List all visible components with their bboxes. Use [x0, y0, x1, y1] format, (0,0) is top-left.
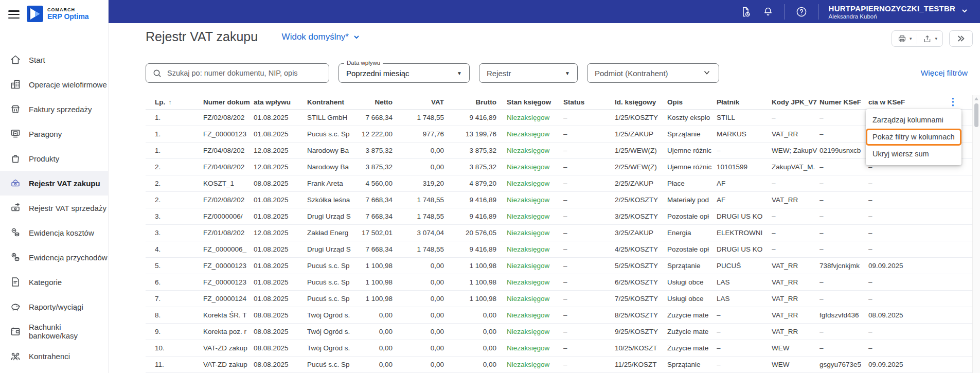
chevron-down-icon — [960, 7, 969, 17]
table-row[interactable]: 2.FZ/02/08/20201.08.2025Szkółka leśna7 6… — [146, 191, 972, 208]
search-box[interactable] — [146, 63, 329, 83]
sidebar-item-rejestr-vat-sprzedaży[interactable]: Rejestr VAT sprzedaży — [0, 196, 108, 220]
account-menu[interactable]: HURTPAPIERNOZYCZKI_TESTBR Aleksandra Kub… — [829, 4, 969, 20]
hamburger-menu-icon[interactable] — [8, 10, 20, 19]
table-row[interactable]: 1.FZ/04/08/20212.08.2025Narodowy Ba3 875… — [146, 142, 972, 158]
table-cell: 12.08.2025 — [254, 224, 307, 241]
search-input[interactable] — [167, 69, 323, 77]
column-options-kebab-icon[interactable]: ⋮ — [948, 96, 958, 108]
table-row[interactable]: 4.FZ_0000006_01.08.2025Drugi Urząd S7 66… — [146, 241, 972, 257]
table-row[interactable]: 3.FZ/0000006/01.08.2025Drugi Urząd S7 66… — [146, 208, 972, 224]
table-cell: 6. — [146, 274, 203, 290]
table-row[interactable]: 1.FZ_0000012301.08.2025Pucuś s.c. Sp12 2… — [146, 126, 972, 142]
table-cell: – — [868, 191, 972, 208]
column-header[interactable]: Lp.↑ — [146, 95, 203, 109]
sidebar-item-rachunki-bankowe-kasy[interactable]: Rachunki bankowe/kasy — [0, 319, 108, 344]
register-filter-dropdown[interactable]: Rejestr ▼ — [479, 63, 578, 83]
table-row[interactable]: 2.FZ/04/08/20212.08.2025Narodowy Ba3 875… — [146, 158, 972, 175]
table-cell: 6/25/KOSZTY — [615, 274, 667, 290]
column-header[interactable]: Brutto — [445, 95, 507, 109]
view-selector[interactable]: Widok domyślny* — [282, 32, 360, 42]
table-cell: – — [717, 356, 772, 372]
sidebar-item-produkty[interactable]: Produkty — [0, 146, 108, 171]
menu-item-zarządzaj-kolumnami[interactable]: Zarządzaj kolumnami — [866, 112, 961, 129]
column-header[interactable]: Opis — [667, 95, 717, 109]
chevron-down-icon: ▾ — [935, 36, 937, 41]
column-header[interactable]: Status — [563, 95, 615, 109]
sidebar-item-kategorie[interactable]: Kategorie — [0, 270, 108, 294]
sidebar-item-ewidencja-przychodów[interactable]: Ewidencja przychodów — [0, 245, 108, 270]
document-clock-icon[interactable] — [739, 6, 752, 18]
table-cell: 12 222,00 — [357, 126, 394, 142]
table-cell: 1 100,98 — [445, 274, 507, 290]
table-row[interactable]: 8.Korekta ŚR. T08.08.2025Twój Ogród s.0,… — [146, 307, 972, 323]
menu-item-pokaż-filtry-w-kolumnach[interactable]: Pokaż filtry w kolumnach — [866, 129, 961, 146]
table-cell: 0,00 — [445, 307, 507, 323]
table-cell: 1 100,98 — [357, 290, 394, 307]
column-header[interactable]: Numer KSeF — [819, 95, 868, 109]
column-header[interactable]: Netto — [357, 95, 394, 109]
vertical-scrollbar[interactable] — [972, 95, 980, 373]
table-cell: 5/25/KOSZTY — [615, 257, 667, 274]
notifications-bell-icon[interactable] — [762, 6, 774, 18]
table-row[interactable]: 9.Korekta poz. r08.08.2025Twój Ogród s.0… — [146, 323, 972, 340]
scrollbar-up-arrow-icon[interactable] — [974, 97, 978, 100]
table-cell: – — [772, 208, 819, 224]
table-cell: 2/25/ZAKUP — [615, 175, 667, 191]
column-header[interactable]: VAT — [394, 95, 445, 109]
column-header-label: VAT — [431, 98, 444, 106]
more-actions-button[interactable] — [949, 30, 973, 47]
table-cell: – — [563, 356, 615, 372]
print-button[interactable]: ▾ — [892, 31, 917, 46]
sidebar-item-raporty-wyciągi[interactable]: Raporty/wyciągi — [0, 294, 108, 319]
sidebar-item-faktury-sprzedaży[interactable]: Faktury sprzedaży — [0, 97, 108, 121]
column-header[interactable]: Stan księgow — [507, 95, 563, 109]
table-row[interactable]: 5.FZ_0000012301.08.2025Pucuś s.c. Sp1 10… — [146, 257, 972, 274]
more-filters-link[interactable]: Więcej filtrów — [921, 68, 968, 78]
table-row[interactable]: 3.FZ/01/08/20212.08.2025Zakład Energ17 5… — [146, 224, 972, 241]
entity-filter-dropdown[interactable]: Podmiot (Kontrahent) — [587, 63, 719, 83]
sidebar-item-rejestr-vat-zakupu[interactable]: Rejestr VAT zakupu — [0, 171, 108, 196]
menu-item-ukryj-wiersz-sum[interactable]: Ukryj wiersz sum — [866, 146, 961, 163]
export-button[interactable]: ▾ — [917, 31, 942, 46]
table-cell: 08.09.2025 — [868, 307, 972, 323]
column-header[interactable]: Płatnik — [717, 95, 772, 109]
table-row[interactable]: 6.FZ_0000012301.08.2025Pucuś s.c. Sp1 10… — [146, 274, 972, 290]
logo-text-erp-optima: ERP Optima — [47, 13, 89, 21]
column-header[interactable]: Kontrahent — [307, 95, 357, 109]
sidebar-item-label: Rejestr VAT sprzedaży — [29, 204, 106, 212]
table-cell: gsgyu7673e5 — [819, 356, 868, 372]
table-cell: Pucuś s.c. Sp — [307, 274, 357, 290]
table-cell: Usługi obce — [667, 274, 717, 290]
table-cell: Narodowy Ba — [307, 142, 357, 158]
table-row[interactable]: 11.VAT-ZD zakup08.08.2025Pucuś s.c. Sp0,… — [146, 356, 972, 372]
sidebar-item-operacje-wielofirmowe[interactable]: Operacje wielofirmowe — [0, 72, 108, 97]
income-icon — [9, 251, 22, 263]
table-cell: Niezaksięgow — [507, 356, 563, 372]
table-row[interactable]: 1.FZ/02/08/20201.08.2025STILL GmbH7 668,… — [146, 109, 972, 126]
table-cell: – — [563, 274, 615, 290]
table-cell: 0,00 — [357, 307, 394, 323]
column-header[interactable]: Numer dokum — [203, 95, 254, 109]
column-header-label: Status — [563, 98, 584, 106]
sidebar-item-start[interactable]: Start — [0, 47, 108, 72]
print-export-button-group: ▾ ▾ — [892, 30, 943, 47]
column-header[interactable]: ata wpływu — [254, 95, 307, 109]
table-cell: VAT_RR — [772, 323, 819, 340]
help-icon[interactable] — [795, 6, 808, 18]
table-cell: STILL GmbH — [307, 109, 357, 126]
table-row[interactable]: 7.FZ_0000012401.08.2025Pucuś s.c. Sp1 10… — [146, 290, 972, 307]
table-row[interactable]: 10.VAT-ZD zakup08.08.2025Twój Ogród s.0,… — [146, 340, 972, 356]
column-header[interactable]: Id. księgowy — [615, 95, 667, 109]
table-cell: 11. — [146, 356, 203, 372]
sidebar-item-kontrahenci[interactable]: Kontrahenci — [0, 344, 108, 368]
column-header[interactable]: Kody JPK_V7 — [772, 95, 819, 109]
date-filter-dropdown[interactable]: Data wpływu Poprzedni miesiąc ▼ — [338, 63, 470, 83]
sidebar-item-ewidencja-kosztów[interactable]: Ewidencja kosztów — [0, 220, 108, 245]
chevron-down-icon: ▾ — [910, 36, 912, 41]
topbar-icons — [739, 6, 774, 18]
table-cell: Sprzątanie — [667, 257, 717, 274]
table-row[interactable]: 2.KOSZT_108.08.2025Frank Areta4 560,0031… — [146, 175, 972, 191]
scrollbar-thumb[interactable] — [974, 103, 978, 127]
sidebar-item-paragony[interactable]: Paragony — [0, 121, 108, 146]
